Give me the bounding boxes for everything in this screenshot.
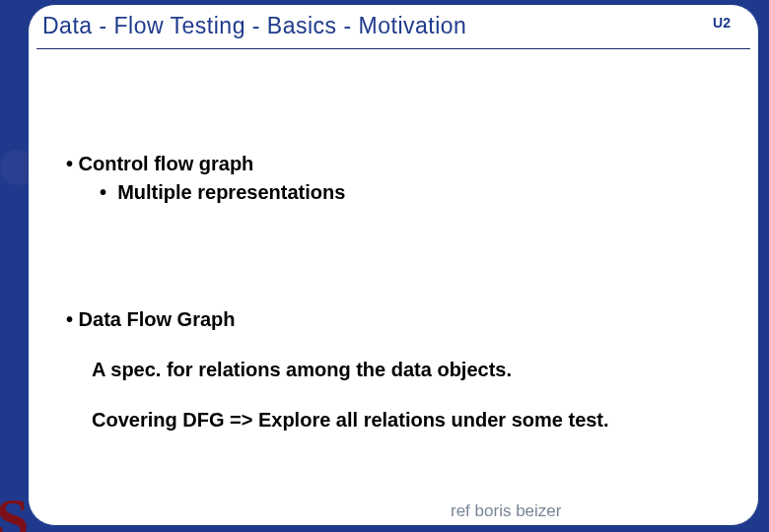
bullet-cfg-sub-text: Multiple representations: [117, 181, 345, 203]
slide-card: Data - Flow Testing - Basics - Motivatio…: [28, 4, 759, 526]
bullet-dfg: • Data Flow Graph: [66, 308, 721, 331]
section-dfg: • Data Flow Graph A spec. for relations …: [66, 308, 721, 432]
unit-badge: U2: [713, 13, 738, 31]
bullet-cfg-text: Control flow graph: [79, 153, 254, 174]
dfg-cover-text: Covering DFG => Explore all relations un…: [92, 409, 721, 432]
slide-header: Data - Flow Testing - Basics - Motivatio…: [29, 5, 758, 43]
slide-title: Data - Flow Testing - Basics - Motivatio…: [42, 13, 466, 39]
slide-content: • Control flow graph • Multiple represen…: [66, 153, 721, 432]
bullet-cfg-sub: • Multiple representations: [100, 181, 721, 204]
header-divider: [36, 48, 750, 49]
footer-reference: ref boris beizer: [451, 501, 561, 521]
decor-letter: S: [0, 486, 29, 532]
bullet-cfg: • Control flow graph: [66, 153, 721, 175]
dfg-spec-text: A spec. for relations among the data obj…: [92, 359, 721, 381]
bullet-dfg-text: Data Flow Graph: [79, 308, 236, 330]
